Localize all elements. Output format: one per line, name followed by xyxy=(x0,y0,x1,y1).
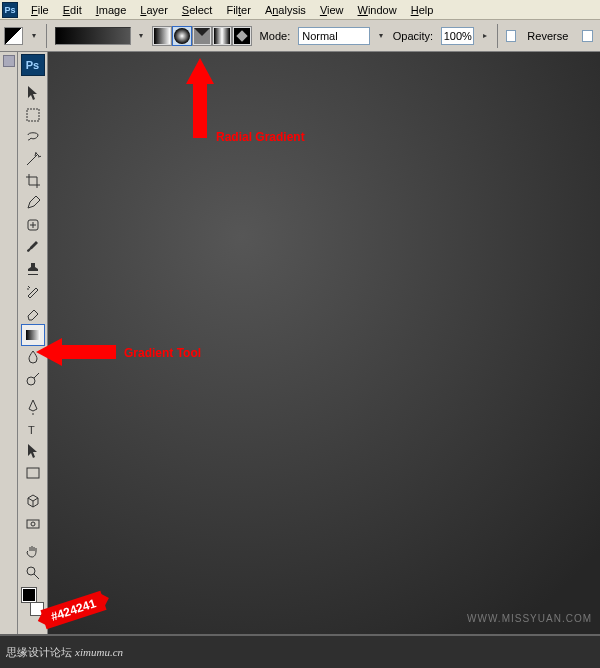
menu-filter[interactable]: Filter xyxy=(219,2,257,18)
svg-point-13 xyxy=(31,522,35,526)
brush-tool[interactable] xyxy=(21,236,45,258)
svg-rect-0 xyxy=(154,28,170,44)
stamp-tool[interactable] xyxy=(21,258,45,280)
opacity-input[interactable]: 100% xyxy=(441,27,474,45)
hand-tool[interactable] xyxy=(21,540,45,562)
watermark: WWW.MISSYUAN.COM xyxy=(467,613,592,624)
menu-help[interactable]: Help xyxy=(404,2,441,18)
svg-point-1 xyxy=(174,28,190,44)
lasso-tool[interactable] xyxy=(21,126,45,148)
annotation-arrow-shaft xyxy=(60,345,116,359)
canvas[interactable]: Radial Gradient Gradient Tool WWW.MISSYU… xyxy=(48,52,600,668)
ps-logo-icon: Ps xyxy=(21,54,45,76)
tool-preset-swatch[interactable] xyxy=(4,27,23,45)
gradient-type-group xyxy=(152,26,252,46)
mode-dropdown-icon[interactable]: ▾ xyxy=(376,31,385,40)
options-bar: ▾ ▾ Mode: Normal ▾ Opacity: 100% ▸ Rever… xyxy=(0,20,600,52)
annotation-radial: Radial Gradient xyxy=(216,130,305,144)
menu-image[interactable]: Image xyxy=(89,2,134,18)
svg-point-14 xyxy=(27,567,35,575)
mode-select[interactable]: Normal xyxy=(298,27,370,45)
svg-text:T: T xyxy=(28,424,35,436)
footer-text: 思缘设计论坛 ximumu.cn xyxy=(6,645,123,660)
reverse-checkbox[interactable] xyxy=(506,30,517,42)
move-tool[interactable] xyxy=(21,82,45,104)
separator xyxy=(497,24,498,48)
menu-edit[interactable]: Edit xyxy=(56,2,89,18)
footer-bar: 思缘设计论坛 ximumu.cn xyxy=(0,634,600,668)
annotation-gradtool: Gradient Tool xyxy=(124,346,201,360)
type-tool[interactable]: T xyxy=(21,418,45,440)
radial-gradient-button[interactable] xyxy=(172,26,192,46)
healing-tool[interactable] xyxy=(21,214,45,236)
pen-tool[interactable] xyxy=(21,396,45,418)
dither-checkbox[interactable] xyxy=(582,30,593,42)
mode-value: Normal xyxy=(302,30,337,42)
separator xyxy=(46,24,47,48)
app-icon: Ps xyxy=(2,2,18,18)
foreground-color[interactable] xyxy=(22,588,36,602)
svg-rect-6 xyxy=(27,109,39,121)
svg-point-9 xyxy=(27,377,35,385)
diamond-gradient-button[interactable] xyxy=(232,26,252,46)
gradient-preview[interactable] xyxy=(55,27,131,45)
camera-tool[interactable] xyxy=(21,512,45,534)
workspace: Ps T Radial Gradient xyxy=(0,52,600,668)
annotation-arrow-icon xyxy=(186,58,214,84)
wand-tool[interactable] xyxy=(21,148,45,170)
history-brush-tool[interactable] xyxy=(21,280,45,302)
menu-analysis[interactable]: Analysis xyxy=(258,2,313,18)
menu-file[interactable]: File xyxy=(24,2,56,18)
opacity-label: Opacity: xyxy=(391,30,435,42)
3d-tool[interactable] xyxy=(21,490,45,512)
panel-gutter xyxy=(0,52,18,668)
opacity-flyout-icon[interactable]: ▸ xyxy=(480,31,489,40)
eraser-tool[interactable] xyxy=(21,302,45,324)
shape-tool[interactable] xyxy=(21,462,45,484)
menu-window[interactable]: Window xyxy=(351,2,404,18)
annotation-arrow-icon xyxy=(36,338,62,366)
mode-label: Mode: xyxy=(258,30,293,42)
menu-select[interactable]: Select xyxy=(175,2,220,18)
gradient-picker-dropdown-icon[interactable]: ▾ xyxy=(137,31,146,40)
crop-tool[interactable] xyxy=(21,170,45,192)
reverse-label: Reverse xyxy=(525,30,570,42)
svg-rect-11 xyxy=(27,468,39,478)
path-select-tool[interactable] xyxy=(21,440,45,462)
annotation-arrow-shaft xyxy=(193,82,207,138)
reflected-gradient-button[interactable] xyxy=(212,26,232,46)
svg-rect-3 xyxy=(214,28,230,44)
tool-preset-dropdown-icon[interactable]: ▾ xyxy=(29,31,38,40)
svg-rect-12 xyxy=(27,520,39,528)
menubar: Ps File Edit Image Layer Select Filter A… xyxy=(0,0,600,20)
marquee-tool[interactable] xyxy=(21,104,45,126)
zoom-tool[interactable] xyxy=(21,562,45,584)
menu-layer[interactable]: Layer xyxy=(133,2,175,18)
panel-expand-icon[interactable] xyxy=(3,55,15,67)
eyedropper-tool[interactable] xyxy=(21,192,45,214)
dodge-tool[interactable] xyxy=(21,368,45,390)
linear-gradient-button[interactable] xyxy=(152,26,172,46)
menu-view[interactable]: View xyxy=(313,2,351,18)
angle-gradient-button[interactable] xyxy=(192,26,212,46)
